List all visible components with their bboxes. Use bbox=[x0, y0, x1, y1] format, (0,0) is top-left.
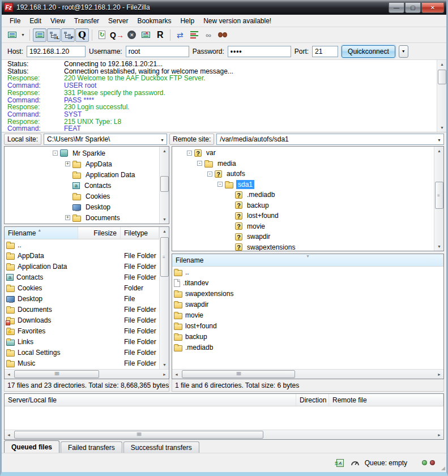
log-scrollbar[interactable]: ▲ ▼ bbox=[437, 60, 446, 132]
remote-list-hscroll-thumb[interactable] bbox=[182, 370, 295, 378]
tree-item-autofs[interactable]: - ? autofs bbox=[172, 169, 434, 179]
queue-list[interactable] bbox=[5, 406, 443, 430]
scroll-up-icon[interactable]: ▲ bbox=[437, 60, 447, 68]
scroll-left-icon[interactable]: ◄ bbox=[5, 430, 13, 440]
column-header-filetype[interactable]: Filetype bbox=[121, 227, 159, 239]
collapse-icon[interactable]: - bbox=[217, 182, 223, 187]
menu-server[interactable]: Server bbox=[104, 16, 133, 26]
expand-icon[interactable]: + bbox=[65, 215, 70, 220]
scroll-up-icon[interactable]: ▲ bbox=[434, 147, 444, 155]
local-list-hscroll-thumb[interactable] bbox=[14, 370, 99, 378]
disconnect-button[interactable]: ✕ bbox=[139, 28, 153, 42]
local-list-scroll-thumb[interactable] bbox=[160, 237, 169, 277]
file-row[interactable]: MusicFile Folder bbox=[5, 358, 159, 368]
tab-successful-transfers[interactable]: Successful transfers bbox=[123, 441, 199, 453]
file-row[interactable]: DownloadsFile Folder bbox=[5, 315, 159, 325]
file-row[interactable]: LinksFile Folder bbox=[5, 336, 159, 347]
maximize-button[interactable]: ▢ bbox=[405, 2, 421, 13]
remote-list-hscrollbar[interactable]: ◄ ► bbox=[172, 369, 443, 379]
port-input[interactable] bbox=[312, 46, 338, 57]
log-scroll-thumb[interactable] bbox=[438, 70, 446, 84]
tab-queued-files[interactable]: Queued files bbox=[4, 440, 59, 453]
column-header-remote-file[interactable]: Remote file bbox=[329, 394, 443, 406]
tree-item-desktop[interactable]: Desktop bbox=[5, 201, 159, 212]
tree-item-swapextensions[interactable]: ? swapextensions bbox=[172, 242, 434, 251]
resize-grip[interactable]: ◢ bbox=[441, 465, 445, 471]
file-row[interactable]: swapdir bbox=[172, 299, 443, 310]
close-button[interactable]: ✕ bbox=[421, 2, 444, 13]
scroll-down-icon[interactable]: ▼ bbox=[434, 242, 444, 251]
host-input[interactable] bbox=[27, 46, 86, 57]
tree-item-media[interactable]: - media bbox=[172, 158, 434, 169]
toggle-remote-tree-button[interactable]: F bbox=[61, 28, 75, 42]
menu-transfer[interactable]: Transfer bbox=[70, 16, 104, 26]
collapse-icon[interactable]: - bbox=[197, 161, 202, 166]
collapse-icon[interactable]: - bbox=[187, 151, 192, 156]
tree-item-appdata[interactable]: + AppData bbox=[5, 158, 159, 169]
scroll-right-icon[interactable]: ► bbox=[435, 370, 443, 379]
quickconnect-button[interactable]: Quickconnect bbox=[342, 45, 395, 58]
local-list-scrollbar[interactable]: ▲ ▼ bbox=[159, 227, 169, 369]
site-manager-button[interactable] bbox=[5, 28, 19, 42]
local-site-combo[interactable]: C:\Users\Mr Sparkle\ ▼ bbox=[44, 134, 167, 145]
directory-listing-filters-button[interactable]: ∞ bbox=[202, 28, 215, 42]
transfer-type-icon[interactable]: A bbox=[335, 458, 345, 468]
tree-item-downloads[interactable]: + Downloads bbox=[5, 223, 159, 224]
collapse-icon[interactable]: - bbox=[53, 151, 58, 156]
find-files-button[interactable] bbox=[216, 28, 229, 42]
tree-item-mediadb[interactable]: ? .mediadb bbox=[172, 190, 434, 200]
queue-hscroll-thumb[interactable] bbox=[14, 431, 263, 439]
tree-item-contacts[interactable]: a Contacts bbox=[5, 180, 159, 191]
tree-item-swapdir[interactable]: ? swapdir bbox=[172, 231, 434, 242]
local-list-hscrollbar[interactable]: ◄ ► bbox=[5, 369, 169, 379]
file-row[interactable]: aContactsFile Folder bbox=[5, 272, 159, 282]
tree-item-var[interactable]: - ? var bbox=[172, 148, 434, 158]
local-tree-scrollbar[interactable]: ▲ ▼ bbox=[159, 147, 169, 224]
synchronized-browsing-button[interactable] bbox=[187, 28, 201, 42]
tree-item-application-data[interactable]: Application Data bbox=[5, 169, 159, 180]
tree-item-movie[interactable]: ? movie bbox=[172, 221, 434, 232]
file-row[interactable]: .. bbox=[5, 239, 159, 250]
column-header-direction[interactable]: Direction bbox=[296, 394, 329, 406]
splitter-marker-icon[interactable]: ▼ bbox=[306, 254, 310, 258]
column-header-local-file[interactable]: Server/Local file bbox=[5, 394, 296, 406]
speed-limits-icon[interactable] bbox=[350, 458, 360, 468]
file-row[interactable]: .. bbox=[172, 267, 443, 277]
file-row[interactable]: FavoritesFile Folder bbox=[5, 325, 159, 336]
menu-bookmarks[interactable]: Bookmarks bbox=[133, 16, 176, 26]
file-row[interactable]: .mediadb bbox=[172, 342, 443, 353]
file-row[interactable]: AppDataFile Folder bbox=[5, 250, 159, 261]
file-row[interactable]: swapextensions bbox=[172, 288, 443, 299]
file-row[interactable]: lost+found bbox=[172, 320, 443, 331]
column-header-filesize[interactable]: Filesize bbox=[78, 227, 121, 239]
tree-item-mr-sparkle[interactable]: - Mr Sparkle bbox=[5, 148, 159, 158]
minimize-button[interactable]: — bbox=[389, 2, 404, 13]
expand-icon[interactable]: + bbox=[65, 161, 70, 166]
menu-edit[interactable]: Edit bbox=[25, 16, 46, 26]
file-row[interactable]: DocumentsFile Folder bbox=[5, 304, 159, 315]
toggle-local-tree-button[interactable]: L bbox=[47, 28, 61, 42]
file-row[interactable]: Application DataFile Folder bbox=[5, 261, 159, 272]
collapse-icon[interactable]: - bbox=[207, 171, 212, 177]
tree-item-documents[interactable]: + Documents bbox=[5, 212, 159, 223]
remote-tree-scroll-thumb[interactable] bbox=[435, 182, 443, 209]
scroll-left-icon[interactable]: ◄ bbox=[5, 370, 13, 379]
queue-hscrollbar[interactable]: ◄ ► bbox=[5, 430, 443, 439]
scroll-right-icon[interactable]: ► bbox=[160, 370, 169, 379]
username-input[interactable] bbox=[126, 46, 189, 57]
remote-site-combo[interactable]: /var/media/autofs/sda1 ▼ bbox=[216, 134, 444, 145]
column-header-filename[interactable]: Filename ▲ bbox=[5, 227, 78, 239]
menu-file[interactable]: File bbox=[5, 16, 25, 26]
scroll-left-icon[interactable]: ◄ bbox=[172, 370, 181, 379]
scroll-down-icon[interactable]: ▼ bbox=[160, 361, 169, 369]
local-tree-scroll-thumb[interactable] bbox=[160, 176, 169, 192]
scroll-up-icon[interactable]: ▲ bbox=[160, 147, 169, 155]
scroll-down-icon[interactable]: ▼ bbox=[437, 123, 447, 132]
file-row[interactable]: CookiesFolder bbox=[5, 282, 159, 293]
process-queue-button[interactable]: Q→ bbox=[109, 28, 125, 42]
password-input[interactable] bbox=[228, 46, 291, 57]
scroll-down-icon[interactable]: ▼ bbox=[160, 215, 169, 224]
menu-new-version[interactable]: New version available! bbox=[199, 16, 276, 26]
combo-arrow-icon[interactable]: ▼ bbox=[437, 138, 441, 142]
tab-failed-transfers[interactable]: Failed transfers bbox=[61, 441, 122, 453]
